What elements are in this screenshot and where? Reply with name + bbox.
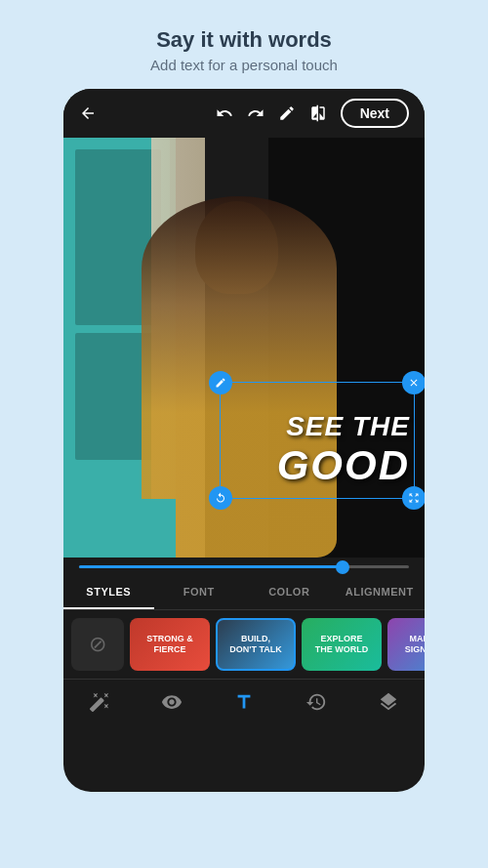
scale-handle[interactable]	[402, 486, 425, 510]
phone-frame: Next	[63, 89, 425, 792]
redo-button[interactable]	[247, 104, 264, 122]
edit-handle[interactable]	[209, 371, 232, 394]
overlay-text[interactable]: SEE THE GOOD	[277, 411, 410, 489]
bottom-toolbar	[63, 679, 425, 726]
text-overlay[interactable]: SEE THE GOOD	[220, 382, 415, 499]
preset-none[interactable]: ⊘	[71, 618, 124, 671]
slider-area[interactable]	[63, 558, 425, 576]
presets-row: ⊘ STRONG &FIERCE BUILD,DON'T TALK EXPLOR…	[63, 610, 425, 679]
text-icon[interactable]	[233, 691, 255, 713]
slider-fill	[79, 565, 343, 568]
preset-label-make: MAKE ITSIGNIFIC...	[403, 632, 425, 657]
preset-explore-world[interactable]: EXPLORETHE WORLD	[302, 618, 382, 671]
undo-button[interactable]	[216, 104, 233, 122]
page-subtitle: Add text for a personal touch	[150, 57, 338, 73]
tab-font[interactable]: FONT	[154, 576, 245, 609]
next-button[interactable]: Next	[341, 99, 409, 128]
preset-label-build: BUILD,DON'T TALK	[227, 632, 283, 657]
header-section: Say it with words Add text for a persona…	[150, 27, 338, 73]
preset-label-explore: EXPLORETHE WORLD	[313, 632, 371, 657]
style-tabs: STYLES FONT COLOR ALIGNMENT	[63, 576, 425, 610]
back-button[interactable]	[79, 104, 97, 122]
top-bar-icons: Next	[216, 99, 409, 128]
preset-build-dont-talk[interactable]: BUILD,DON'T TALK	[216, 618, 296, 671]
overlay-line1: SEE THE	[277, 411, 410, 442]
slider-thumb[interactable]	[336, 560, 349, 574]
tab-alignment[interactable]: ALIGNMENT	[335, 576, 426, 609]
wand-icon[interactable]	[89, 691, 110, 713]
preset-make-it[interactable]: MAKE ITSIGNIFIC...	[387, 618, 425, 671]
overlay-line2: GOOD	[277, 442, 410, 489]
preset-label-strong: STRONG &FIERCE	[144, 632, 195, 657]
eye-icon[interactable]	[161, 691, 183, 713]
tab-color[interactable]: COLOR	[244, 576, 335, 609]
bottom-teal-area	[63, 499, 176, 558]
rotate-handle[interactable]	[209, 486, 232, 510]
compare-button[interactable]	[309, 104, 327, 122]
close-handle[interactable]	[402, 371, 425, 394]
edit-text-button[interactable]	[278, 104, 296, 122]
slider-track[interactable]	[79, 565, 409, 568]
history-icon[interactable]	[305, 691, 327, 713]
photo-background: SEE THE GOOD	[63, 138, 425, 558]
top-bar: Next	[63, 89, 425, 138]
layers-icon[interactable]	[378, 691, 399, 713]
page-title: Say it with words	[150, 27, 338, 53]
preset-strong-fierce[interactable]: STRONG &FIERCE	[130, 618, 210, 671]
image-area: SEE THE GOOD	[63, 138, 425, 558]
top-bar-left	[79, 104, 97, 122]
tab-styles[interactable]: STYLES	[63, 576, 154, 609]
